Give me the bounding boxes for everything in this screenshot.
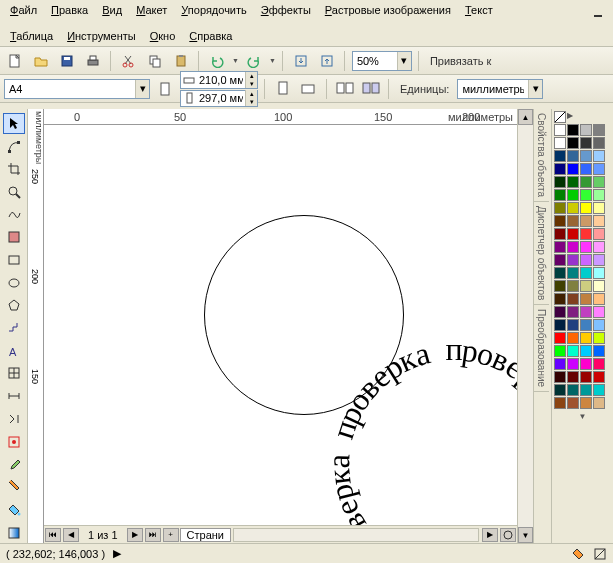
text-on-path[interactable]: проверка проверка проверка проверка пров… — [154, 165, 454, 465]
menu-arrange[interactable]: Упорядочить — [175, 2, 252, 24]
color-swatch[interactable] — [567, 358, 579, 370]
page-facing-icon[interactable] — [360, 78, 382, 100]
palette-down-icon[interactable]: ▼ — [554, 412, 611, 421]
rectangle-tool-icon[interactable] — [3, 249, 25, 270]
color-swatch[interactable] — [567, 228, 579, 240]
color-swatch[interactable] — [580, 241, 592, 253]
no-outline-icon[interactable] — [593, 547, 607, 561]
navigator-icon[interactable] — [500, 528, 516, 542]
color-swatch[interactable] — [593, 319, 605, 331]
color-swatch[interactable] — [593, 176, 605, 188]
orientation-portrait-icon[interactable] — [154, 78, 176, 100]
menu-tools[interactable]: Инструменты — [61, 28, 142, 44]
chevron-down-icon[interactable]: ▾ — [528, 80, 542, 98]
color-swatch[interactable] — [580, 280, 592, 292]
next-page-icon[interactable]: ▶ — [127, 528, 143, 542]
docker-properties[interactable]: Свойства объекта — [534, 109, 549, 202]
color-swatch[interactable] — [580, 176, 592, 188]
color-swatch[interactable] — [593, 280, 605, 292]
page-size-combo[interactable]: ▾ — [4, 79, 150, 99]
vscrollbar[interactable]: ▲ ▼ — [517, 109, 533, 543]
color-swatch[interactable] — [580, 189, 592, 201]
connector-tool-icon[interactable] — [3, 409, 25, 430]
color-swatch[interactable] — [554, 202, 566, 214]
menu-text[interactable]: Текст — [459, 2, 499, 24]
scroll-down-icon[interactable]: ▼ — [518, 527, 533, 543]
color-swatch[interactable] — [580, 397, 592, 409]
color-swatch[interactable] — [580, 124, 592, 136]
interactive-fill-icon[interactable] — [3, 522, 25, 543]
color-swatch[interactable] — [593, 293, 605, 305]
color-swatch[interactable] — [554, 267, 566, 279]
menu-help[interactable]: Справка — [183, 28, 238, 44]
color-swatch[interactable] — [593, 163, 605, 175]
color-swatch[interactable] — [567, 189, 579, 201]
color-swatch[interactable] — [580, 319, 592, 331]
no-fill-swatch[interactable] — [554, 111, 566, 123]
menu-window[interactable]: Окно — [144, 28, 182, 44]
dimension-tool-icon[interactable] — [3, 386, 25, 407]
color-swatch[interactable] — [567, 345, 579, 357]
color-swatch[interactable] — [580, 137, 592, 149]
last-page-icon[interactable]: ⏭ — [145, 528, 161, 542]
color-swatch[interactable] — [554, 189, 566, 201]
color-swatch[interactable] — [580, 215, 592, 227]
print-icon[interactable] — [82, 50, 104, 72]
color-swatch[interactable] — [554, 137, 566, 149]
menu-view[interactable]: Вид — [96, 2, 128, 24]
landscape-icon[interactable] — [298, 78, 320, 100]
menu-bitmaps[interactable]: Растровые изображения — [319, 2, 457, 24]
chevron-down-icon[interactable]: ▾ — [135, 80, 149, 98]
color-swatch[interactable] — [567, 150, 579, 162]
color-swatch[interactable] — [554, 280, 566, 292]
scroll-track[interactable] — [518, 125, 533, 527]
new-icon[interactable] — [4, 50, 26, 72]
color-swatch[interactable] — [580, 267, 592, 279]
first-page-icon[interactable]: ⏮ — [45, 528, 61, 542]
color-swatch[interactable] — [593, 137, 605, 149]
page-tab[interactable]: Страни — [180, 528, 231, 542]
color-swatch[interactable] — [554, 293, 566, 305]
import-icon[interactable] — [290, 50, 312, 72]
color-swatch[interactable] — [593, 124, 605, 136]
color-swatch[interactable] — [593, 189, 605, 201]
color-swatch[interactable] — [567, 306, 579, 318]
color-swatch[interactable] — [554, 345, 566, 357]
color-swatch[interactable] — [554, 150, 566, 162]
color-swatch[interactable] — [554, 254, 566, 266]
menu-edit[interactable]: Правка — [45, 2, 94, 24]
portrait-icon[interactable] — [272, 78, 294, 100]
eyedropper-tool-icon[interactable] — [3, 454, 25, 475]
paste-icon[interactable] — [170, 50, 192, 72]
zoom-input[interactable] — [353, 52, 397, 70]
color-swatch[interactable] — [593, 241, 605, 253]
color-swatch[interactable] — [554, 397, 566, 409]
color-swatch[interactable] — [554, 332, 566, 344]
color-swatch[interactable] — [580, 254, 592, 266]
interactive-tool-icon[interactable] — [3, 431, 25, 452]
color-swatch[interactable] — [580, 306, 592, 318]
text-tool-icon[interactable]: A — [3, 340, 25, 361]
color-swatch[interactable] — [580, 345, 592, 357]
fill-indicator-icon[interactable] — [571, 547, 585, 561]
color-swatch[interactable] — [580, 163, 592, 175]
docker-object-manager[interactable]: Диспетчер объектов — [534, 202, 549, 305]
color-swatch[interactable] — [567, 384, 579, 396]
color-swatch[interactable] — [554, 176, 566, 188]
color-swatch[interactable] — [593, 371, 605, 383]
color-swatch[interactable] — [554, 163, 566, 175]
menu-file[interactable]: Файл — [4, 2, 43, 24]
color-swatch[interactable] — [554, 371, 566, 383]
page-size-input[interactable] — [5, 80, 135, 98]
copy-icon[interactable] — [144, 50, 166, 72]
color-swatch[interactable] — [567, 241, 579, 253]
color-swatch[interactable] — [567, 137, 579, 149]
hscroll-right-icon[interactable]: ▶ — [482, 528, 498, 542]
page-height-spin[interactable]: ▴▾ — [180, 90, 258, 107]
color-swatch[interactable] — [554, 124, 566, 136]
color-swatch[interactable] — [593, 215, 605, 227]
color-swatch[interactable] — [567, 332, 579, 344]
basic-shapes-icon[interactable] — [3, 318, 25, 339]
open-icon[interactable] — [30, 50, 52, 72]
color-swatch[interactable] — [593, 397, 605, 409]
